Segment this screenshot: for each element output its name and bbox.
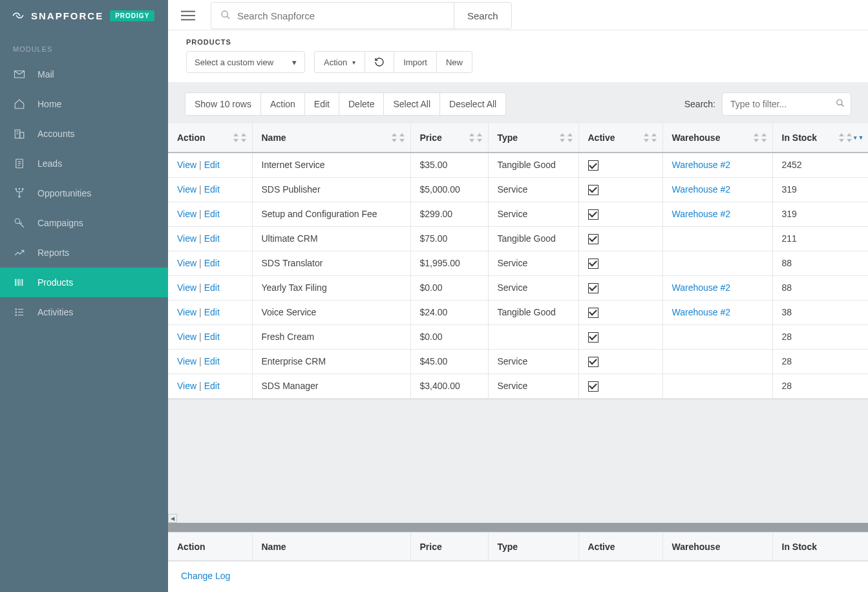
svg-marker-58 xyxy=(847,139,852,142)
cell-stock: 88 xyxy=(772,275,868,300)
new-button[interactable]: New xyxy=(436,51,472,73)
sort-icon[interactable] xyxy=(643,133,657,142)
column-label: Name xyxy=(262,132,286,143)
active-checkbox[interactable] xyxy=(588,209,598,220)
warehouse-link[interactable]: Warehouse #2 xyxy=(672,184,731,195)
sort-icon[interactable] xyxy=(233,133,247,142)
cell-type: Tangible Good xyxy=(488,153,578,177)
menu-toggle[interactable] xyxy=(173,3,203,28)
sort-icon[interactable] xyxy=(753,133,767,142)
edit-link[interactable]: Edit xyxy=(204,307,220,317)
warehouse-link[interactable]: Warehouse #2 xyxy=(672,282,731,293)
active-checkbox[interactable] xyxy=(588,308,598,318)
column-header-type[interactable]: Type xyxy=(488,123,578,153)
edit-link[interactable]: Edit xyxy=(204,160,220,170)
sidebar-item-mail[interactable]: Mail xyxy=(0,59,168,89)
toolbar-btn-show-10-rows[interactable]: Show 10 rows xyxy=(185,92,260,116)
edit-link[interactable]: Edit xyxy=(204,258,220,268)
toolbar-btn-deselect-all[interactable]: Deselect All xyxy=(439,92,506,116)
toolbar-btn-action[interactable]: Action xyxy=(260,92,304,116)
active-checkbox[interactable] xyxy=(588,185,598,195)
view-link[interactable]: View xyxy=(177,258,196,268)
svg-marker-33 xyxy=(241,133,246,136)
action-dropdown[interactable]: Action ▾ xyxy=(314,51,365,73)
warehouse-link[interactable]: Warehouse #2 xyxy=(672,160,731,170)
global-search-input[interactable] xyxy=(237,10,454,21)
active-checkbox[interactable] xyxy=(588,283,598,293)
change-log-link[interactable]: Change Log xyxy=(181,571,230,581)
sidebar-item-accounts[interactable]: Accounts xyxy=(0,119,168,149)
svg-marker-51 xyxy=(754,133,759,136)
cell-price: $299.00 xyxy=(410,202,488,226)
sort-icon[interactable] xyxy=(559,133,573,142)
sidebar-item-campaigns[interactable]: Campaigns xyxy=(0,208,168,238)
toolbar-btn-delete[interactable]: Delete xyxy=(339,92,383,116)
sidebar-item-label: Mail xyxy=(37,69,54,79)
sidebar-item-label: Activities xyxy=(37,307,73,317)
refresh-button[interactable] xyxy=(365,51,394,73)
warehouse-link[interactable]: Warehouse #2 xyxy=(672,307,731,317)
active-checkbox[interactable] xyxy=(588,357,598,367)
column-header-price[interactable]: Price xyxy=(410,123,488,153)
sidebar-item-reports[interactable]: Reports xyxy=(0,238,168,268)
view-link[interactable]: View xyxy=(177,209,196,219)
horizontal-scrollbar[interactable] xyxy=(168,523,868,532)
edit-link[interactable]: Edit xyxy=(204,381,220,391)
column-header-active[interactable]: Active xyxy=(578,123,662,153)
sidebar-item-leads[interactable]: Leads xyxy=(0,149,168,178)
cell-name: SDS Publisher xyxy=(252,177,410,202)
active-checkbox[interactable] xyxy=(588,332,598,343)
column-header-in-stock[interactable]: In Stock▾ ▼ xyxy=(772,123,868,153)
view-link[interactable]: View xyxy=(177,307,196,317)
column-footer-in-stock: In Stock xyxy=(772,533,868,561)
column-header-name[interactable]: Name xyxy=(252,123,410,153)
toolbar-btn-edit[interactable]: Edit xyxy=(304,92,339,116)
view-link[interactable]: View xyxy=(177,381,196,391)
cell-price: $5,000.00 xyxy=(410,177,488,202)
svg-rect-15 xyxy=(19,279,20,286)
table-filter-input[interactable] xyxy=(722,92,851,116)
view-link[interactable]: View xyxy=(177,233,196,244)
sort-icon[interactable] xyxy=(469,133,483,142)
sidebar-item-products[interactable]: Products xyxy=(0,268,168,297)
brand: SNAPFORCE PRODIGY xyxy=(0,0,168,30)
svg-marker-54 xyxy=(761,139,767,142)
column-label: Active xyxy=(588,132,615,143)
view-link[interactable]: View xyxy=(177,184,196,195)
edit-link[interactable]: Edit xyxy=(204,332,220,342)
view-link[interactable]: View xyxy=(177,160,196,170)
brand-logo-icon xyxy=(12,9,25,22)
search-button[interactable]: Search xyxy=(454,2,512,29)
edit-link[interactable]: Edit xyxy=(204,209,220,219)
custom-view-select[interactable]: Select a custom view ▾ xyxy=(186,51,305,73)
svg-marker-43 xyxy=(560,133,565,136)
svg-marker-37 xyxy=(399,133,405,136)
column-header-warehouse[interactable]: Warehouse xyxy=(662,123,772,153)
column-header-action[interactable]: Action xyxy=(168,123,252,153)
view-link[interactable]: View xyxy=(177,356,196,366)
sort-icon[interactable] xyxy=(391,133,405,142)
view-link[interactable]: View xyxy=(177,332,196,342)
active-checkbox[interactable] xyxy=(588,259,598,269)
active-checkbox[interactable] xyxy=(588,381,598,392)
cell-name: SDS Translator xyxy=(252,251,410,275)
sidebar-item-home[interactable]: Home xyxy=(0,89,168,119)
import-button[interactable]: Import xyxy=(394,51,436,73)
scroll-left-arrow[interactable]: ◀ xyxy=(168,514,177,523)
sidebar-item-activities[interactable]: Activities xyxy=(0,297,168,327)
toolbar-btn-select-all[interactable]: Select All xyxy=(383,92,439,116)
active-checkbox[interactable] xyxy=(588,234,598,244)
edit-link[interactable]: Edit xyxy=(204,184,220,195)
filter-icon[interactable]: ▼ xyxy=(858,134,864,141)
edit-link[interactable]: Edit xyxy=(204,356,220,366)
sidebar-item-opportunities[interactable]: Opportunities xyxy=(0,178,168,208)
svg-point-22 xyxy=(16,315,17,316)
active-checkbox[interactable] xyxy=(588,160,598,171)
leads-icon xyxy=(13,157,26,170)
sort-icon[interactable]: ▾ ▼ xyxy=(838,133,864,142)
view-link[interactable]: View xyxy=(177,282,196,293)
table-row: View|Edit Ultimate CRM $75.00 Tangible G… xyxy=(168,226,868,251)
warehouse-link[interactable]: Warehouse #2 xyxy=(672,209,731,219)
edit-link[interactable]: Edit xyxy=(204,233,220,244)
edit-link[interactable]: Edit xyxy=(204,282,220,293)
